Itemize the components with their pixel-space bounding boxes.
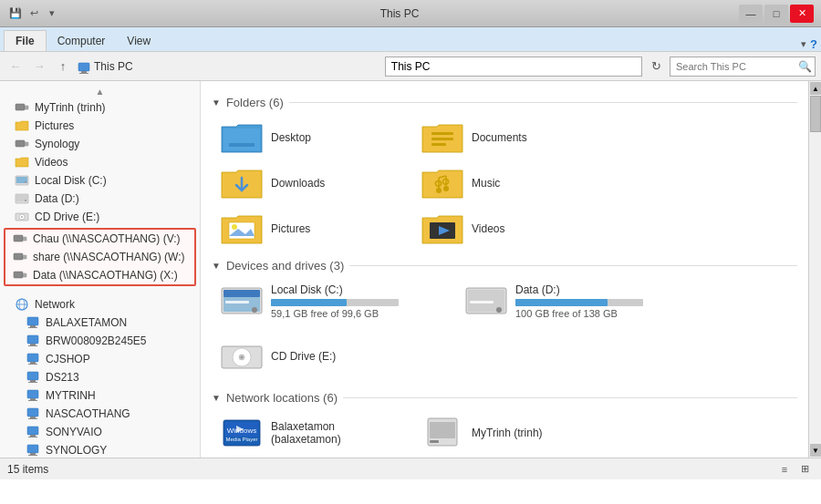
svg-rect-36 [30,362,36,364]
drive-local-c[interactable]: Local Disk (C:) 59,1 GB free of 99,6 GB [212,278,449,324]
folders-grid: Desktop Documents Downloads [212,115,797,252]
folder-documents[interactable]: Documents [412,115,613,160]
svg-rect-20 [14,253,23,260]
folder-pictures[interactable]: Pictures [212,206,412,252]
status-text: 15 items [7,463,48,476]
network-section-header: ▼ Network locations (6) [212,391,797,405]
sidebar-item-mytrinh-net[interactable]: MYTRINH [0,386,200,405]
sidebar-item-cjshop[interactable]: CJSHOP [0,350,200,368]
svg-rect-48 [30,435,36,437]
computer-icon-7 [26,425,40,439]
svg-rect-50 [27,445,38,453]
maximize-button[interactable]: □ [764,5,788,23]
tab-view[interactable]: View [116,31,161,51]
refresh-button[interactable]: ↻ [646,57,666,77]
drive-d-bar-bg [515,299,643,306]
sidebar-item-synology-net[interactable]: SYNOLOGY [0,441,200,458]
close-button[interactable]: ✕ [790,5,814,23]
network-collapse[interactable]: ▼ [212,393,221,403]
drive-cd-e[interactable]: CD Drive (E:) [212,334,449,380]
up-button[interactable]: ↑ [53,57,73,77]
svg-rect-30 [30,325,36,327]
sidebar-item-nascaothang[interactable]: NASCAOTHANG [0,405,200,423]
devices-collapse[interactable]: ▼ [212,261,221,271]
svg-rect-1 [81,71,87,73]
svg-rect-38 [27,372,38,380]
network-mytrinh[interactable]: MyTrinh (trinh) [412,410,613,456]
svg-rect-40 [28,382,37,383]
help-button[interactable]: ? [810,37,817,51]
network-balaxetamon[interactable]: Windows Media Player Balaxetamon (balaxe… [212,410,412,456]
folder-videos[interactable]: Videos [412,206,613,252]
sidebar-item-synology[interactable]: Synology [0,135,200,153]
sidebar-item-cd-e[interactable]: CD Drive (E:) [0,208,200,226]
network-grid: Windows Media Player Balaxetamon (balaxe… [212,410,797,458]
svg-rect-44 [27,408,38,417]
svg-point-62 [443,186,449,191]
local-disk-icon [15,173,29,188]
sidebar-item-chau-v[interactable]: Chau (\\NASCAOTHANG) (V:) [5,230,194,248]
search-input[interactable] [670,57,816,77]
network-drive-w-icon [13,250,27,264]
sidebar-item-local-c[interactable]: Local Disk (C:) [0,171,200,190]
sidebar-item-network[interactable]: Network [0,295,200,314]
sidebar-item-data-d[interactable]: Data (D:) [0,190,200,208]
view-details-button[interactable]: ≡ [775,461,794,478]
drive-data-d[interactable]: Data (D:) 100 GB free of 138 GB [456,278,693,324]
desktop-folder-icon [220,119,264,156]
svg-rect-0 [78,63,89,71]
tab-file[interactable]: File [4,30,47,51]
network-title: Network locations (6) [226,391,338,405]
documents-folder-icon [421,119,464,156]
sidebar-item-sonyvaio[interactable]: SONYVAIO [0,423,200,441]
folders-title: Folders (6) [226,96,284,109]
breadcrumb: This PC [94,60,133,73]
sidebar-item-videos[interactable]: Videos [0,153,200,171]
network-icon [15,297,29,312]
tab-computer[interactable]: Computer [47,31,117,51]
svg-text:Windows: Windows [227,427,256,435]
address-input[interactable] [385,57,642,77]
svg-rect-34 [28,345,37,346]
svg-rect-57 [229,143,255,147]
svg-rect-21 [23,255,26,259]
sidebar-item-ds213[interactable]: DS213 [0,368,200,386]
view-tiles-button[interactable]: ⊞ [795,461,814,478]
svg-rect-29 [27,317,38,325]
computer-icon-5 [26,388,40,403]
sidebar-item-brw[interactable]: BRW008092B245E5 [0,332,200,350]
nas-drive-icon [421,415,464,451]
svg-rect-58 [431,132,453,135]
drive-d-bar-fill [515,299,608,306]
folders-collapse[interactable]: ▼ [212,98,221,108]
folder-desktop[interactable]: Desktop [212,115,412,160]
forward-button[interactable]: → [29,57,49,77]
sidebar-item-mytrinh[interactable]: MyTrinh (trinh) [0,98,200,117]
sidebar-item-pictures[interactable]: Pictures [0,117,200,135]
folders-divider [289,102,797,103]
scrollbar[interactable]: ▲ ▼ [808,81,821,458]
sidebar-item-share-w[interactable]: share (\\NASCAOTHANG) (W:) [5,248,194,266]
svg-rect-4 [25,106,28,109]
back-button[interactable]: ← [5,57,26,77]
network-synology[interactable]: Synology [212,456,412,458]
svg-rect-18 [23,237,26,241]
svg-text:Media Player: Media Player [225,437,257,442]
qa-save[interactable]: 💾 [7,5,24,22]
videos-large-folder-icon [421,211,464,247]
drive-c-bar-fill [271,299,347,306]
folder-downloads[interactable]: Downloads [212,160,412,206]
sidebar-item-balaxetamon[interactable]: BALAXETAMON [0,314,200,332]
svg-rect-35 [27,354,38,362]
qa-dropdown[interactable]: ▾ [44,5,60,22]
address-bar: ← → ↑ This PC ↻ 🔍 [0,52,821,81]
svg-rect-43 [28,400,37,401]
folder-music[interactable]: Music [412,160,613,206]
svg-rect-49 [28,437,37,437]
network-chau-v[interactable]: Chau (\\NASCAOTHANG) (V:) [412,456,613,458]
sidebar-item-data-x[interactable]: Data (\\NASCAOTHANG) (X:) [5,266,194,284]
svg-rect-37 [28,364,37,365]
minimize-button[interactable]: — [739,5,763,23]
svg-rect-88 [430,440,439,443]
qa-undo[interactable]: ↩ [26,5,42,22]
